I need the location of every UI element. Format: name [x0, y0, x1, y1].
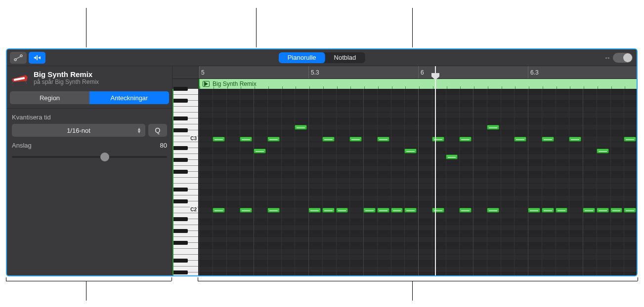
quantize-value: 1/16-not	[67, 127, 90, 134]
note-grid[interactable]	[199, 89, 637, 275]
midi-note[interactable]	[597, 149, 609, 154]
ruler-bar-label: 6	[418, 66, 424, 78]
tab-score[interactable]: Notblad	[325, 52, 365, 63]
key-label: C3	[190, 136, 197, 141]
svg-point-0	[14, 59, 16, 61]
svg-line-2	[16, 56, 21, 59]
callout-bracket-end	[6, 277, 6, 281]
piano-roll-area: 55.366.37 Big Synth Remix C3C2	[172, 66, 637, 275]
midi-note[interactable]	[432, 208, 444, 213]
midi-note[interactable]	[459, 137, 472, 142]
midi-note[interactable]	[254, 149, 266, 154]
midi-note[interactable]	[308, 208, 321, 213]
zoom-toggle[interactable]	[613, 53, 633, 63]
midi-note[interactable]	[213, 208, 225, 213]
midi-note[interactable]	[336, 208, 348, 213]
inspector-tab-notes[interactable]: Anteckningar	[89, 91, 169, 104]
piano-keyboard[interactable]: C3C2	[172, 89, 199, 275]
editor-toolbar: Pianorulle Notblad ↔	[7, 49, 637, 66]
switch-knob	[623, 53, 632, 62]
midi-note[interactable]	[583, 208, 595, 213]
callout-bracket-end	[172, 277, 172, 281]
region-strip[interactable]: Big Synth Remix	[199, 79, 637, 89]
midi-note[interactable]	[610, 208, 623, 213]
midi-note[interactable]	[487, 208, 499, 213]
catch-icon	[33, 54, 42, 61]
midi-note[interactable]	[391, 208, 403, 213]
region-subtitle: på spår Big Synth Remix	[34, 78, 99, 85]
editor-window: Pianorulle Notblad ↔	[6, 48, 638, 276]
horizontal-zoom-icon: ↔	[604, 54, 611, 62]
catch-playhead-button[interactable]	[29, 52, 45, 64]
midi-note[interactable]	[240, 137, 252, 142]
midi-note[interactable]	[542, 208, 554, 213]
midi-note[interactable]	[213, 137, 225, 142]
automation-tool-button[interactable]	[10, 52, 27, 64]
slider-knob[interactable]	[100, 153, 109, 161]
callout-bracket	[198, 281, 638, 281]
velocity-slider[interactable]	[12, 152, 167, 162]
midi-note[interactable]	[240, 208, 252, 213]
midi-note[interactable]	[556, 208, 568, 213]
midi-note[interactable]	[487, 125, 499, 130]
midi-note[interactable]	[432, 137, 444, 142]
region-title: Big Synth Remix	[34, 70, 99, 78]
view-tabs: Pianorulle Notblad	[279, 52, 365, 63]
midi-note[interactable]	[624, 208, 636, 213]
midi-note[interactable]	[597, 208, 609, 213]
midi-note[interactable]	[514, 137, 526, 142]
quantize-label: Kvantisera tid	[12, 114, 167, 121]
quantize-dropdown[interactable]: 1/16-not ▲▼	[12, 124, 145, 137]
svg-line-5	[12, 82, 13, 84]
velocity-label: Anslag	[12, 142, 32, 149]
midi-note[interactable]	[542, 137, 554, 142]
callout-bracket-end	[638, 277, 638, 281]
callout-bracket	[6, 281, 172, 281]
inspector-mode-segmented: Region Anteckningar	[7, 89, 172, 108]
midi-note[interactable]	[377, 208, 389, 213]
ruler-bar-label: 6.3	[528, 66, 539, 78]
instrument-keyboard-icon	[11, 72, 29, 84]
callout-line	[412, 8, 413, 47]
ruler-bar-label: 5.3	[308, 66, 319, 78]
midi-note[interactable]	[267, 208, 280, 213]
inspector-panel: Big Synth Remix på spår Big Synth Remix …	[7, 66, 172, 275]
midi-note[interactable]	[528, 208, 540, 213]
midi-note[interactable]	[404, 149, 417, 154]
callout-line	[86, 281, 86, 301]
midi-note[interactable]	[363, 208, 376, 213]
tab-piano-roll[interactable]: Pianorulle	[279, 52, 325, 63]
svg-point-1	[20, 55, 22, 57]
automation-icon	[14, 54, 23, 61]
midi-note[interactable]	[624, 137, 636, 142]
callout-bracket-end	[198, 277, 198, 281]
midi-note[interactable]	[349, 137, 362, 142]
midi-note[interactable]	[322, 137, 335, 142]
midi-note[interactable]	[322, 208, 335, 213]
midi-note[interactable]	[267, 137, 280, 142]
midi-note[interactable]	[377, 137, 389, 142]
key-label: C2	[190, 207, 197, 212]
midi-note[interactable]	[295, 125, 307, 130]
chevron-updown-icon: ▲▼	[137, 127, 141, 133]
inspector-tab-region[interactable]: Region	[10, 91, 89, 104]
midi-note[interactable]	[404, 208, 417, 213]
callout-line	[412, 281, 413, 301]
time-ruler[interactable]: 55.366.37	[172, 66, 637, 79]
midi-note[interactable]	[459, 208, 472, 213]
svg-line-6	[26, 81, 27, 84]
midi-note[interactable]	[446, 154, 458, 159]
callout-line	[86, 8, 86, 47]
velocity-value: 80	[160, 142, 167, 149]
ruler-bar-label: 5	[199, 66, 205, 78]
callout-line	[256, 8, 257, 47]
quantize-apply-button[interactable]: Q	[148, 124, 167, 137]
midi-note[interactable]	[569, 137, 581, 142]
